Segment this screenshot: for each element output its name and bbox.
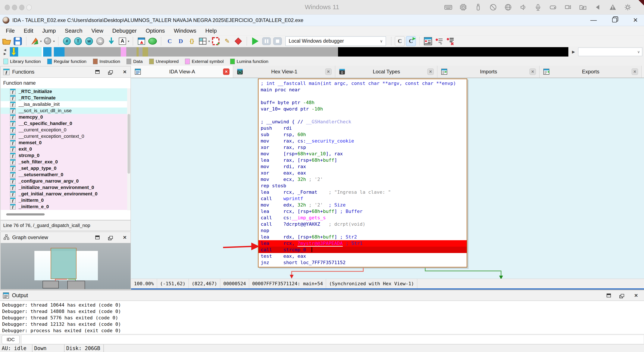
band-right-arrow-icon[interactable]: ▶ [570,47,577,56]
function-row[interactable]: ƒ_initterm_e_0 [1,203,127,210]
struct-grid-icon[interactable] [198,36,208,46]
disasm-line[interactable]: jnz short loc_7FF7F3571152 [258,259,467,266]
function-row[interactable]: ƒ_RTC_Terminate [1,95,127,101]
tab-close-icon[interactable]: × [223,68,230,75]
function-row[interactable]: ƒ__current_exception_0 [1,127,127,133]
disk-icon[interactable] [549,3,557,11]
restore-button[interactable] [610,16,619,24]
function-row[interactable]: ƒmemcpy_0 [1,114,127,120]
functions-vscrollbar[interactable] [127,88,130,210]
disasm-line[interactable]: test eax, eax [258,253,467,259]
band-right-arrow-icon[interactable]: ▶ [4,52,6,56]
disasm-line[interactable]: mov rdi, rax [258,164,467,170]
disasm-line[interactable]: sub rsp, 60h [258,131,467,138]
camera-icon[interactable] [564,3,572,11]
tab-exports[interactable]: Exports× [540,66,642,78]
globe-icon[interactable] [504,3,512,11]
function-row[interactable]: ƒ_configure_narrow_argv_0 [1,178,127,184]
disasm-line[interactable]: push rdi [258,125,467,131]
disasm-line[interactable]: lea rax, [rsp+68h+buff] [258,157,467,164]
stop-sign-icon[interactable] [233,36,243,46]
disassembly-node[interactable]: ; int __fastcall main(int argc, const ch… [258,78,467,268]
menu-jump[interactable]: Jump [38,26,60,35]
continue-process-icon[interactable]: C▶ [406,36,416,46]
disasm-line[interactable]: xor rax, rsp [258,144,467,151]
panel-close-icon[interactable]: × [633,292,639,299]
menu-file[interactable]: File [1,26,19,35]
breakpoint-list-icon[interactable] [423,36,433,46]
debugger-pause-icon[interactable] [262,36,271,46]
panel-close-icon[interactable]: × [122,69,128,75]
band-scroll-buttons[interactable]: ◀▶ [1,47,9,56]
menu-options[interactable]: Options [141,26,170,35]
dropdown-arrow-icon[interactable]: ▾ [208,39,210,43]
menu-windows[interactable]: Windows [169,26,201,35]
make-data-icon[interactable]: D [176,36,186,46]
scrollbar-thumb[interactable] [128,114,130,174]
text-view-icon[interactable]: T [73,36,83,46]
disasm-line[interactable]: call cs:__imp_gets_s [258,215,467,221]
function-row[interactable]: ƒ__isa_available_init [1,101,127,108]
disasm-line[interactable] [258,112,467,119]
disasm-line[interactable]: mov [rsp+68h+var_10], rax [258,151,467,157]
jump-down-icon[interactable] [106,36,116,46]
keyboard-icon[interactable] [444,3,452,11]
dropdown-arrow-icon[interactable]: ▾ [128,39,129,43]
vm-dot[interactable] [5,5,10,10]
tab-ida-view-a[interactable]: IDA View-A× [131,66,233,78]
function-row[interactable]: ƒ_initialize_narrow_environment_0 [1,184,127,191]
word-view-icon[interactable]: w [84,36,94,46]
vm-dot[interactable] [26,5,32,10]
search-icon[interactable] [43,36,53,46]
panel-float-icon[interactable] [108,234,114,241]
open-file-icon[interactable] [2,36,12,46]
disasm-line[interactable]: mov edx, 32h ; '2' ; Size [258,202,467,208]
functions-column-header[interactable]: Function name [1,78,130,88]
navigation-band[interactable] [10,47,568,56]
function-row[interactable]: ƒmemset_0 [1,140,127,146]
menu-search[interactable]: Search [60,26,87,35]
speaker-icon[interactable] [519,3,527,11]
disasm-line[interactable]: var_10= qword ptr -10h [258,106,467,112]
idc-button[interactable]: IDC [2,335,20,344]
function-row[interactable]: ƒ__setusermatherr_0 [1,172,127,178]
demangle-window-icon[interactable] [136,36,146,46]
function-row[interactable]: ƒstrcmp_0 [1,152,127,159]
disasm-line[interactable]: rep stosb [258,182,467,189]
cli-input[interactable] [21,335,644,344]
breakpoint-delete-icon[interactable] [445,36,455,46]
settings-icon[interactable] [624,3,632,11]
selection-icon[interactable] [211,36,221,46]
menu-view[interactable]: View [87,26,108,35]
panel-restore-icon[interactable] [94,234,101,241]
debugger-stop-icon[interactable] [273,36,282,46]
disasm-line[interactable]: nop [258,227,467,234]
panel-close-icon[interactable]: × [122,234,128,241]
disasm-line[interactable]: lea rcx, [rsp+68h+buff] ; Buffer [258,208,467,215]
dropdown-arrow-icon[interactable]: ▾ [53,39,55,43]
usb-icon[interactable] [474,3,482,11]
jump-back-icon[interactable]: ➜ [95,36,105,46]
menu-help[interactable]: Help [201,26,221,35]
function-row[interactable]: ƒexit_0 [1,146,127,152]
panel-restore-icon[interactable] [94,69,101,75]
tab-close-icon[interactable]: × [427,68,434,75]
band-zoom-select[interactable]: ∨ [578,48,642,56]
microphone-icon[interactable] [534,3,542,11]
vm-window-dots[interactable] [5,5,32,10]
vm-dot[interactable] [19,5,24,10]
make-code-icon[interactable]: C [165,36,174,46]
tab-close-icon[interactable]: × [530,68,536,75]
breakpoint-add-icon[interactable] [434,36,444,46]
disasm-line[interactable]: call strcmp_0 [258,247,467,253]
output-log[interactable]: Debugger: thread 10644 has exited (code … [0,301,644,334]
function-row[interactable]: ƒ__current_exception_context_0 [1,133,127,140]
disasm-line[interactable] [258,93,467,99]
function-row[interactable]: ƒ_seh_filter_exe_0 [1,159,127,165]
disasm-line[interactable]: call ?dcrpt@@YAHXZ ; dcrpt(void) [258,221,467,227]
debugger-start-icon[interactable] [250,36,260,46]
disasm-line[interactable]: lea rcx, ?mystr@@3PAPEADA ; Str1 [258,240,467,247]
menu-debugger[interactable]: Debugger [108,26,141,35]
dropdown-arrow-icon[interactable]: ▾ [40,39,42,43]
tab-hex-view-1[interactable]: Hex View-1× [233,66,335,78]
